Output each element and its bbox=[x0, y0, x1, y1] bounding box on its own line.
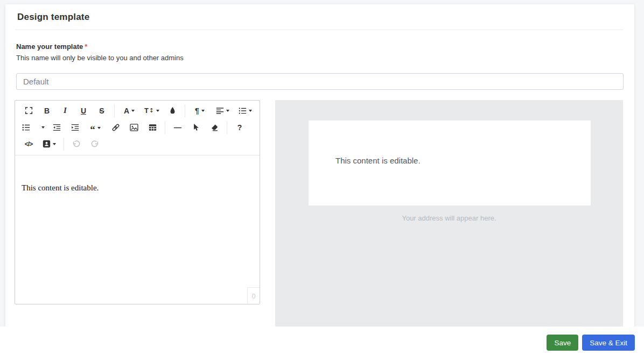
template-name-input[interactable] bbox=[16, 73, 624, 90]
toolbar-separator bbox=[165, 121, 165, 134]
save-button[interactable]: Save bbox=[547, 335, 578, 351]
color-droplet-icon[interactable] bbox=[165, 104, 180, 118]
insert-image-icon[interactable] bbox=[127, 120, 142, 134]
redo-icon[interactable] bbox=[87, 137, 102, 151]
toolbar-separator bbox=[185, 104, 185, 117]
rich-text-editor: B I U S A T↕ ¶ bbox=[15, 100, 260, 304]
merge-card-icon bbox=[43, 140, 51, 148]
fullscreen-icon[interactable] bbox=[21, 104, 36, 118]
chevron-down-icon bbox=[131, 110, 135, 112]
design-template-card: Design template Name your template* This… bbox=[5, 4, 634, 326]
bold-button[interactable]: B bbox=[39, 104, 54, 118]
undo-icon[interactable] bbox=[69, 137, 84, 151]
footer-buttons: Save Save & Exit bbox=[547, 335, 635, 351]
align-button[interactable] bbox=[213, 104, 232, 118]
char-counter: 0 bbox=[247, 287, 260, 304]
text-color-button[interactable]: A bbox=[120, 104, 139, 118]
insert-table-icon[interactable] bbox=[145, 120, 160, 134]
strikethrough-button[interactable]: S bbox=[94, 104, 109, 118]
insert-link-icon[interactable] bbox=[108, 120, 123, 134]
help-button[interactable]: ? bbox=[232, 120, 247, 134]
font-size-button[interactable]: T↕ bbox=[142, 104, 162, 118]
quote-button[interactable]: “ bbox=[86, 120, 105, 134]
toolbar-row-3: </> bbox=[19, 136, 255, 152]
editor-text[interactable]: This content is editable. bbox=[22, 183, 252, 193]
horizontal-line-button[interactable]: — bbox=[170, 120, 185, 134]
ordered-list-button[interactable] bbox=[235, 104, 255, 118]
toolbar-separator bbox=[227, 121, 227, 134]
unordered-list-button[interactable] bbox=[21, 120, 46, 134]
editor-content-area[interactable]: This content is editable. bbox=[15, 155, 260, 304]
indent-icon[interactable] bbox=[67, 120, 82, 134]
chevron-down-icon bbox=[249, 110, 252, 112]
outdent-icon[interactable] bbox=[49, 120, 64, 134]
required-asterisk: * bbox=[85, 42, 87, 51]
footer-bar: Save Save & Exit bbox=[0, 326, 644, 355]
editor-toolbar: B I U S A T↕ ¶ bbox=[15, 101, 260, 155]
template-name-label: Name your template* bbox=[16, 42, 87, 51]
clear-formatting-icon[interactable] bbox=[207, 120, 222, 134]
chevron-down-icon bbox=[201, 110, 205, 112]
code-view-button[interactable]: </> bbox=[21, 137, 36, 151]
paragraph-format-button[interactable]: ¶ bbox=[190, 104, 209, 118]
chevron-down-icon bbox=[97, 127, 101, 129]
address-placeholder-text: Your address will appear here. bbox=[275, 214, 623, 222]
template-name-helper: This name will only be visible to you an… bbox=[16, 54, 184, 62]
toolbar-separator bbox=[114, 104, 115, 117]
select-all-icon[interactable] bbox=[188, 120, 204, 134]
preview-content-box: This content is editable. bbox=[309, 120, 591, 205]
chevron-down-icon bbox=[226, 110, 229, 112]
chevron-down-icon bbox=[41, 126, 45, 129]
chevron-down-icon bbox=[53, 143, 56, 145]
toolbar-row-1: B I U S A T↕ ¶ bbox=[19, 102, 255, 119]
merge-card-button[interactable] bbox=[39, 137, 59, 151]
page-title: Design template bbox=[17, 12, 89, 23]
underline-button[interactable]: U bbox=[76, 104, 91, 118]
toolbar-row-2: “ — ? bbox=[19, 119, 255, 136]
italic-button[interactable]: I bbox=[58, 104, 73, 118]
template-preview-panel: This content is editable. Your address w… bbox=[275, 100, 623, 326]
toolbar-separator bbox=[64, 138, 64, 151]
chevron-down-icon bbox=[156, 110, 159, 112]
save-exit-button[interactable]: Save & Exit bbox=[582, 335, 635, 351]
preview-text: This content is editable. bbox=[309, 120, 591, 165]
title-divider bbox=[15, 30, 624, 30]
